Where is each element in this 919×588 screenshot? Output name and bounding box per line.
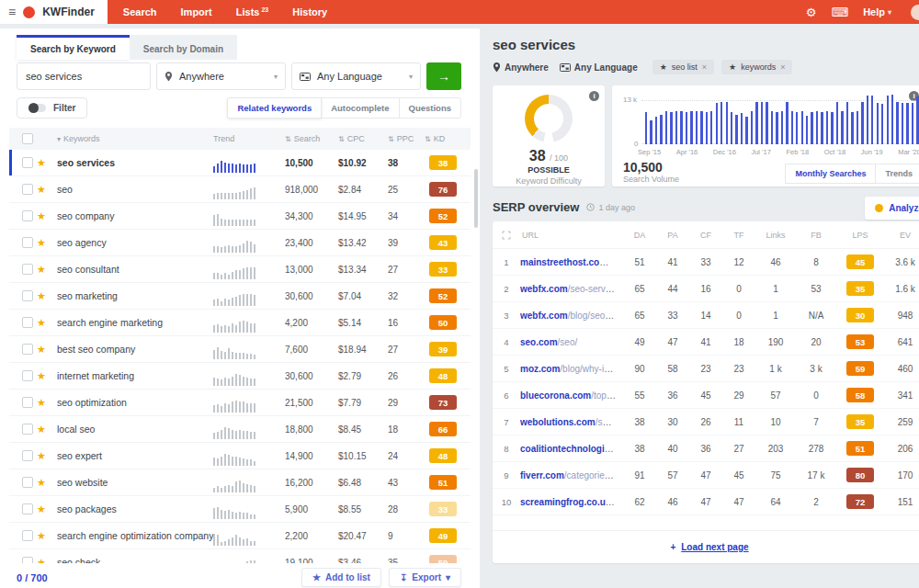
keyword-list-tag[interactable]: ★seo list× [652,60,714,74]
table-row[interactable]: ★best seo company7,600$18.942739 [9,336,471,363]
related-keywords-button[interactable]: Related keywords [227,97,322,119]
scrollbar-thumb[interactable] [474,169,478,228]
add-to-list-button[interactable]: ★ Add to list [301,568,381,587]
url-domain-link[interactable]: coalitiontechnologies.com [520,444,623,454]
favorite-star-icon[interactable]: ★ [37,370,57,382]
url-cell[interactable]: moz.com/blog/why-i-stopped-selling-… [520,364,623,374]
url-domain-link[interactable]: bluecorona.com [520,390,591,401]
table-row[interactable]: ★seo services10,500$10.923838 [9,150,471,176]
row-checkbox[interactable] [22,237,33,248]
table-row[interactable]: ★seo consultant13,000$13.342733 [9,256,471,283]
keywords-column-header[interactable]: ▾ Keywords [57,134,213,143]
row-checkbox[interactable] [22,424,33,435]
table-row[interactable]: ★seo agency23,400$13.423943 [9,230,471,256]
favorite-star-icon[interactable]: ★ [37,344,57,356]
url-cell[interactable]: fiverr.com/categories/online-marketi… [520,470,623,481]
filter-toggle-switch[interactable] [28,104,46,112]
url-domain-link[interactable]: moz.com [520,364,560,374]
load-next-page-link[interactable]: + Load next page [493,530,919,563]
table-row[interactable]: ★seo expert14,900$10.152448 [9,443,471,469]
favorite-star-icon[interactable]: ★ [37,157,57,169]
favorite-star-icon[interactable]: ★ [37,210,57,222]
row-checkbox[interactable] [22,530,33,541]
favorite-star-icon[interactable]: ★ [37,290,57,302]
settings-gear-icon[interactable]: ⚙ [806,6,817,18]
serp-column-header-da[interactable]: DA [623,231,656,240]
monthly-searches-button[interactable]: Monthly Searches [785,164,876,184]
row-checkbox[interactable] [22,157,33,168]
nav-item-lists[interactable]: Lists23 [224,0,280,24]
kd-column-header[interactable]: ⇅ KD [425,134,471,143]
questions-button[interactable]: Questions [399,97,461,119]
nav-item-import[interactable]: Import [169,0,224,24]
serp-column-header-ev[interactable]: EV [884,231,919,240]
keyboard-shortcuts-icon[interactable]: ⌨ [831,6,848,18]
table-row[interactable]: ★internet marketing30,600$2.792648 [9,363,471,390]
row-checkbox[interactable] [22,397,33,408]
url-cell[interactable]: seo.com/seo/ [520,337,623,347]
url-domain-link[interactable]: webolutions.com [520,417,596,427]
url-domain-link[interactable]: mainstreethost.com [520,257,608,267]
language-select[interactable]: Any Language ▾ [291,62,421,90]
keyword-search-input[interactable] [17,62,151,90]
favorite-star-icon[interactable]: ★ [37,264,57,276]
table-row[interactable]: ★seo packages5,900$8.552833 [9,496,471,523]
row-checkbox[interactable] [22,344,33,355]
url-cell[interactable]: bluecorona.com/top-seo-company/ [520,390,623,401]
url-domain-link[interactable]: webfx.com [520,284,568,294]
table-row[interactable]: ★seo marketing30,600$7.043252 [9,283,471,310]
row-checkbox[interactable] [22,477,33,488]
url-cell[interactable]: screamingfrog.co.uk/search-engine-… [520,497,623,507]
select-all-checkbox[interactable] [22,133,33,144]
table-row[interactable]: ★seo optimization21,500$7.792973 [9,390,471,416]
row-checkbox[interactable] [22,370,33,381]
favorite-star-icon[interactable]: ★ [37,477,57,489]
tab-search-by-domain[interactable]: Search by Domain [130,35,237,60]
filter-toggle-button[interactable]: Filter [17,97,87,119]
favorite-star-icon[interactable]: ★ [37,237,57,249]
table-row[interactable]: ★local seo18,800$8.451866 [9,416,471,443]
table-row[interactable]: ★seo check19,100$3.463559 [9,549,471,563]
url-domain-link[interactable]: screamingfrog.co.uk [520,497,615,507]
help-menu[interactable]: Help ▾ [863,6,891,17]
url-cell[interactable]: mainstreethost.com/seo-services/ [520,257,623,267]
autocomplete-button[interactable]: Autocomplete [321,97,399,119]
info-icon[interactable]: i [589,91,599,101]
cpc-column-header[interactable]: ⇅ CPC [338,134,388,143]
favorite-star-icon[interactable]: ★ [37,424,57,435]
trends-button[interactable]: Trends [875,164,919,184]
table-row[interactable]: ★search engine marketing4,200$5.141650 [9,310,471,336]
serp-column-header-lps[interactable]: LPS [836,231,884,240]
row-checkbox[interactable] [22,450,33,461]
search-submit-button[interactable]: → [426,62,461,90]
url-cell[interactable]: coalitiontechnologies.com/seo-searc… [520,444,623,454]
row-checkbox[interactable] [22,210,33,221]
url-cell[interactable]: webfx.com/seo-services.html [520,284,623,294]
favorite-star-icon[interactable]: ★ [37,503,57,515]
nav-item-history[interactable]: History [280,0,339,24]
url-domain-link[interactable]: fiverr.com [520,470,564,481]
serp-column-header-pa[interactable]: PA [656,231,689,240]
favorite-star-icon[interactable]: ★ [37,450,57,462]
row-checkbox[interactable] [22,184,33,195]
export-button[interactable]: ↧ Export ▾ [389,568,461,587]
favorite-star-icon[interactable]: ★ [37,317,57,329]
location-select[interactable]: Anywhere ▾ [156,62,286,90]
serp-column-header-fb[interactable]: FB [796,231,836,240]
serp-column-header-url[interactable]: URL [520,231,623,240]
hamburger-menu-icon[interactable]: ≡ [8,6,16,18]
nav-item-search[interactable]: Search [111,0,169,24]
serp-column-header-cf[interactable]: CF [689,231,722,240]
serp-column-header-tf[interactable]: TF [722,231,755,240]
url-domain-link[interactable]: webfx.com [520,311,568,321]
close-icon[interactable]: × [780,62,785,72]
serp-column-header-links[interactable]: Links [755,231,796,240]
table-row[interactable]: ★seo918,000$2.842576 [9,176,471,203]
row-checkbox[interactable] [22,317,33,328]
url-cell[interactable]: webfx.com/blog/seo/what-are-seo-s… [520,311,623,321]
url-cell[interactable]: webolutions.com/seo-services/ [520,417,623,427]
search-column-header[interactable]: ⇅ Search [285,134,338,143]
close-icon[interactable]: × [702,62,707,72]
row-checkbox[interactable] [22,290,33,301]
expand-icon[interactable] [502,231,511,240]
